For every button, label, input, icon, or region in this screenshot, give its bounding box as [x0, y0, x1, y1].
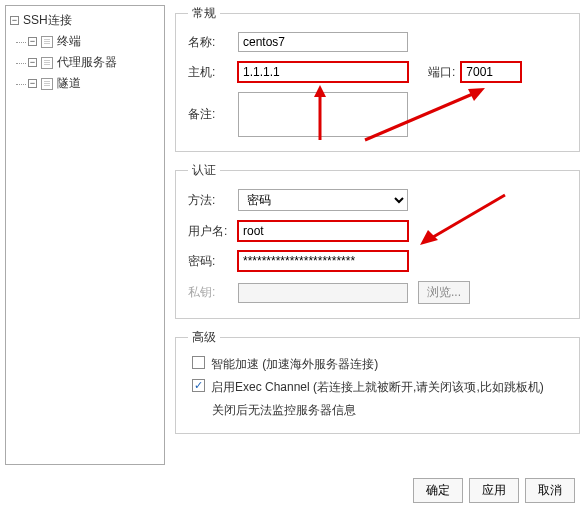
tree-item-label: 隧道	[57, 75, 81, 92]
tree-item-terminal[interactable]: − 终端	[8, 31, 162, 52]
checkbox-unchecked-icon[interactable]	[192, 356, 205, 369]
auth-legend: 认证	[188, 162, 220, 179]
user-label: 用户名:	[188, 223, 238, 240]
remark-input[interactable]	[238, 92, 408, 137]
checkbox-checked-icon[interactable]: ✓	[192, 379, 205, 392]
leaf-icon: −	[28, 79, 37, 88]
username-input[interactable]	[238, 221, 408, 241]
port-label: 端口:	[428, 64, 455, 81]
leaf-icon: −	[28, 37, 37, 46]
collapse-icon[interactable]: −	[10, 16, 19, 25]
advanced-group: 高级 智能加速 (加速海外服务器连接) ✓ 启用Exec Channel (若连…	[175, 329, 580, 434]
key-label: 私钥:	[188, 284, 238, 301]
smart-accel-label: 智能加速 (加速海外服务器连接)	[211, 356, 378, 373]
method-label: 方法:	[188, 192, 238, 209]
pass-label: 密码:	[188, 253, 238, 270]
tree-root-ssh[interactable]: − SSH连接	[8, 10, 162, 31]
tree-root-label: SSH连接	[23, 12, 72, 29]
exec-channel-label: 启用Exec Channel (若连接上就被断开,请关闭该项,比如跳板机)	[211, 379, 544, 396]
host-label: 主机:	[188, 64, 238, 81]
port-input[interactable]	[461, 62, 521, 82]
advanced-legend: 高级	[188, 329, 220, 346]
private-key-input	[238, 283, 408, 303]
settings-panel: 常规 名称: 主机: 端口: 备注: 认证 方法: 密码	[165, 5, 580, 465]
method-select[interactable]: 密码	[238, 189, 408, 211]
cancel-button[interactable]: 取消	[525, 478, 575, 503]
tree-item-label: 代理服务器	[57, 54, 117, 71]
dialog-footer: 确定 应用 取消	[413, 478, 575, 503]
tree-panel: − SSH连接 − 终端 − 代理服务器 − 隧道	[5, 5, 165, 465]
host-input[interactable]	[238, 62, 408, 82]
tree-item-proxy[interactable]: − 代理服务器	[8, 52, 162, 73]
ok-button[interactable]: 确定	[413, 478, 463, 503]
document-icon	[41, 36, 53, 48]
password-input[interactable]	[238, 251, 408, 271]
tree-item-label: 终端	[57, 33, 81, 50]
name-label: 名称:	[188, 34, 238, 51]
apply-button[interactable]: 应用	[469, 478, 519, 503]
exec-channel-sublabel: 关闭后无法监控服务器信息	[188, 402, 567, 419]
browse-button: 浏览...	[418, 281, 470, 304]
leaf-icon: −	[28, 58, 37, 67]
name-input[interactable]	[238, 32, 408, 52]
general-group: 常规 名称: 主机: 端口: 备注:	[175, 5, 580, 152]
document-icon	[41, 78, 53, 90]
tree-item-tunnel[interactable]: − 隧道	[8, 73, 162, 94]
remark-label: 备注:	[188, 106, 238, 123]
auth-group: 认证 方法: 密码 用户名: 密码: 私钥: 浏览...	[175, 162, 580, 319]
document-icon	[41, 57, 53, 69]
general-legend: 常规	[188, 5, 220, 22]
